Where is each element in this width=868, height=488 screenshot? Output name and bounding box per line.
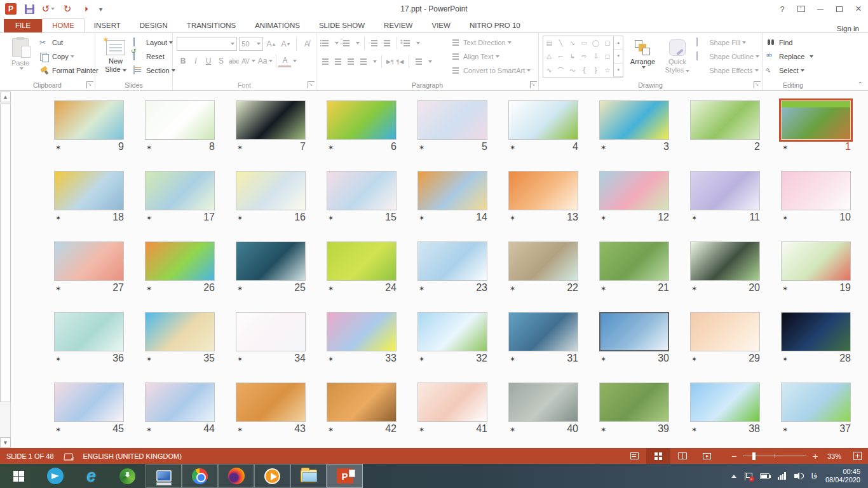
shape-curve-icon[interactable]: 〜 — [567, 64, 578, 77]
slide-thumbnail-19[interactable] — [781, 241, 851, 281]
shape-line-icon[interactable]: ╲ — [555, 36, 566, 50]
shapes-scroll-down-icon[interactable]: ▼ — [614, 50, 623, 63]
shapes-scroll-up-icon[interactable]: ▲ — [614, 36, 623, 50]
slide-thumbnail-9[interactable] — [54, 100, 124, 140]
shape-elbow-icon[interactable]: ⌐ — [555, 50, 566, 63]
ltr-direction-icon[interactable]: ▶¶ — [386, 58, 394, 65]
save-icon[interactable] — [23, 3, 36, 15]
slide-thumbnail-38[interactable] — [690, 383, 760, 422]
language-indicator[interactable]: ENGLISH (UNITED KINGDOM) — [83, 452, 182, 460]
powerpoint-app-icon[interactable]: P — [5, 3, 17, 15]
slide-thumbnail-24[interactable] — [327, 241, 397, 281]
taskbar-app-remote-desktop[interactable] — [146, 464, 182, 488]
underline-button[interactable]: U — [202, 55, 215, 67]
cut-button[interactable]: Cut — [39, 36, 92, 50]
tab-transitions[interactable]: TRANSITIONS — [177, 19, 245, 32]
select-button[interactable]: Select — [766, 64, 821, 78]
arrange-button[interactable]: Arrange — [627, 36, 658, 79]
columns-icon[interactable] — [414, 57, 424, 66]
align-text-button[interactable]: Align Text — [451, 50, 536, 64]
replace-button[interactable]: Replace — [766, 50, 821, 64]
slide-thumbnail-10[interactable] — [781, 171, 851, 210]
shape-rectangle-icon[interactable]: ▭ — [578, 36, 590, 50]
slide-thumbnail-42[interactable] — [327, 383, 397, 422]
paste-button[interactable]: Paste — [4, 36, 37, 79]
shape-triangle-icon[interactable]: △ — [543, 50, 555, 63]
tab-view[interactable]: VIEW — [422, 19, 459, 32]
slide-thumbnail-13[interactable] — [508, 171, 578, 210]
slide-thumbnail-45[interactable] — [54, 383, 124, 422]
taskbar-app-telegram[interactable] — [37, 464, 73, 488]
increase-indent-icon[interactable] — [382, 39, 392, 48]
text-direction-button[interactable]: Text Direction — [451, 36, 536, 50]
taskbar-app-potplayer[interactable] — [254, 464, 290, 488]
slide-thumbnail-30[interactable] — [599, 312, 669, 351]
start-button[interactable] — [0, 464, 37, 488]
volume-icon[interactable] — [794, 472, 803, 480]
slide-thumbnail-33[interactable] — [327, 312, 397, 351]
slide-thumbnail-1[interactable] — [781, 100, 851, 140]
zoom-out-button[interactable]: − — [728, 451, 740, 461]
font-size-combo[interactable]: 50 — [239, 37, 263, 51]
shape-effects-button[interactable]: Shape Effects — [696, 64, 759, 78]
slide-thumbnail-8[interactable] — [145, 100, 215, 140]
slide-thumbnail-39[interactable] — [599, 383, 669, 422]
slide-thumbnail-44[interactable] — [145, 383, 215, 422]
slide-thumbnail-12[interactable] — [599, 171, 669, 210]
character-spacing-button[interactable]: AV — [240, 55, 257, 67]
bold-button[interactable]: B — [177, 55, 189, 67]
new-slide-button[interactable]: New Slide — [99, 36, 132, 79]
scroll-down-icon[interactable]: ▼ — [0, 437, 11, 448]
layout-button[interactable]: Layout — [133, 36, 170, 50]
find-button[interactable]: Find — [766, 36, 821, 50]
slide-thumbnail-3[interactable] — [599, 100, 669, 140]
font-color-button[interactable]: A — [278, 55, 291, 67]
taskbar-app-powerpoint[interactable]: P — [327, 464, 363, 488]
copy-button[interactable]: Copy — [39, 50, 92, 64]
slide-thumbnail-4[interactable] — [508, 100, 578, 140]
shrink-font-button[interactable]: A▼ — [280, 37, 292, 50]
keyboard-language-indicator[interactable]: فا — [811, 471, 817, 480]
strikethrough-button[interactable]: abc — [227, 55, 240, 67]
spell-check-icon[interactable] — [64, 452, 73, 460]
shape-star-icon[interactable]: ☆ — [602, 64, 613, 77]
vertical-scrollbar[interactable]: ▲ ▼ — [0, 92, 11, 448]
sign-in-link[interactable]: Sign in — [837, 25, 868, 32]
action-center-icon[interactable]: × — [745, 472, 752, 480]
taskbar-app-idm[interactable] — [109, 464, 146, 488]
change-case-button[interactable]: Aa — [257, 55, 275, 67]
taskbar-app-file-explorer[interactable] — [290, 464, 327, 488]
slide-thumbnail-5[interactable] — [417, 100, 487, 140]
taskbar-app-chrome[interactable] — [182, 464, 218, 488]
shape-rounded-rectangle-icon[interactable]: ▢ — [602, 36, 613, 50]
taskbar-app-internet-explorer[interactable]: e — [73, 464, 109, 488]
tab-animations[interactable]: ANIMATIONS — [245, 19, 309, 32]
slide-thumbnail-2[interactable] — [690, 100, 760, 140]
zoom-slider[interactable] — [743, 452, 806, 461]
zoom-percentage[interactable]: 33% — [822, 452, 847, 460]
paragraph-dialog-launcher[interactable] — [530, 81, 537, 88]
shape-text-box-icon[interactable]: ▤ — [543, 36, 555, 50]
close-button[interactable]: × — [849, 1, 868, 17]
grow-font-button[interactable]: A▲ — [265, 37, 278, 50]
numbering-icon[interactable] — [341, 39, 351, 48]
slide-thumbnail-15[interactable] — [327, 171, 397, 210]
slide-thumbnail-36[interactable] — [54, 312, 124, 351]
tab-slide-show[interactable]: SLIDE SHOW — [309, 19, 374, 32]
section-button[interactable]: Section — [133, 64, 170, 78]
taskbar-app-firefox[interactable] — [218, 464, 254, 488]
clock[interactable]: 00:45 08/04/2020 — [825, 468, 860, 484]
slide-thumbnail-23[interactable] — [417, 241, 487, 281]
scrollbar-thumb[interactable] — [0, 104, 11, 402]
repeat-icon[interactable]: ↻ — [61, 3, 74, 15]
reading-view-button[interactable] — [670, 448, 695, 464]
drawing-dialog-launcher[interactable] — [754, 81, 761, 88]
help-icon[interactable]: ? — [773, 1, 792, 17]
minimize-button[interactable] — [811, 1, 830, 17]
clipboard-dialog-launcher[interactable] — [86, 81, 93, 88]
shapes-more-icon[interactable]: ▼ — [614, 64, 623, 77]
slide-thumbnail-7[interactable] — [236, 100, 306, 140]
slide-thumbnail-18[interactable] — [54, 171, 124, 210]
restore-button[interactable] — [830, 1, 849, 17]
shape-down-arrow-icon[interactable]: ⇩ — [590, 50, 601, 63]
